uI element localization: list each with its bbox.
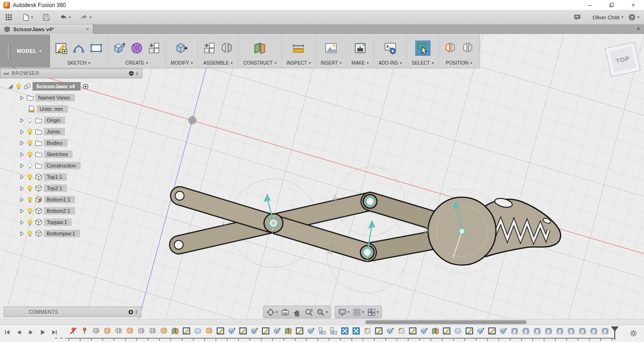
ribbon-group-label[interactable]: SKETCH▾ [67,59,91,66]
timeline-feature-joint2[interactable] [522,327,530,335]
select-button[interactable] [415,41,430,56]
timeline-feature-extrude[interactable] [420,327,428,335]
step-forward-button[interactable] [27,329,34,336]
expand-icon[interactable] [19,95,25,101]
browser-item-origin[interactable]: Origin [19,115,89,126]
timeline-feature-revolve[interactable] [194,327,202,335]
ribbon-group-label[interactable]: SELECT▾ [412,59,434,66]
timeline-settings-gear-icon[interactable] [629,329,637,337]
comments-icon[interactable] [569,10,586,25]
expand-icon[interactable] [19,185,25,192]
look-at-button[interactable] [281,308,289,317]
new-component-button[interactable] [203,42,216,55]
tab-close-icon[interactable]: × [86,26,89,33]
expand-root-icon[interactable] [8,83,14,90]
timeline-ruler[interactable] [68,338,614,341]
timeline-feature-sketch[interactable] [488,327,496,335]
visibility-bulb-icon[interactable] [26,219,33,226]
browser-panel-header[interactable]: ◂◂ BROWSER ‖ [0,68,142,78]
timeline-feature-joint2[interactable] [533,327,541,335]
display-settings-button[interactable]: ▾ [338,308,349,317]
orbit-button[interactable]: ▾ [266,308,278,317]
image-button[interactable] [324,42,338,55]
timeline-feature-joint2[interactable] [578,327,586,335]
zoom-button[interactable] [305,308,313,317]
ribbon-group-label[interactable]: MAKE▾ [352,59,369,66]
go-to-start-button[interactable] [4,329,11,336]
close-button[interactable]: × [622,0,644,10]
expand-icon[interactable] [19,151,25,158]
timeline-feature-extrude[interactable] [273,327,281,335]
timeline-feature-plane[interactable] [284,327,292,335]
timeline-feature-plane[interactable] [171,327,179,335]
timeline-feature-joint2[interactable] [601,327,609,335]
expand-icon[interactable] [19,140,25,146]
expand-icon[interactable] [19,231,25,237]
form-button[interactable] [130,42,143,55]
view-cube[interactable]: TOP [605,42,640,77]
measure-button[interactable] [292,42,305,55]
scrollbar-thumb[interactable] [365,320,527,324]
collapse-browser-icon[interactable]: ◂◂ [3,71,9,76]
print-button[interactable] [354,42,367,55]
ribbon-group-label[interactable]: CREATE▾ [125,59,148,66]
document-tab[interactable]: ScissorJaws v4* × [0,25,93,34]
expand-icon[interactable] [19,174,25,180]
visibility-bulb-icon[interactable] [26,140,33,147]
browser-item-bodies[interactable]: Bodies [19,137,89,149]
go-to-end-button[interactable] [51,329,58,336]
timeline-feature-sketch[interactable] [443,327,451,335]
expand-icon[interactable] [19,219,25,225]
create-sketch-button[interactable] [55,42,68,55]
visibility-bulb-icon[interactable] [26,230,33,237]
timeline-feature-joint[interactable] [115,327,123,335]
browser-item-sketches[interactable]: Sketches [19,149,89,160]
timeline-feature-revolve[interactable] [454,327,462,335]
visibility-bulb-icon[interactable] [26,162,33,169]
timeline-feature-extrude[interactable] [228,327,236,335]
timeline-feature-sketch[interactable] [409,327,417,335]
timeline-feature-joint-active[interactable] [160,327,168,335]
timeline-scrollbar[interactable] [0,319,644,325]
app-grid-icon[interactable] [0,10,17,25]
user-menu[interactable]: Oliver Child [593,15,619,20]
timeline-feature-joint-active[interactable] [103,327,111,335]
timeline-feature-unpin[interactable] [69,327,77,335]
timeline-feature-component[interactable] [318,327,326,335]
file-menu-button[interactable]: ▾ [17,10,38,25]
workspace-switcher[interactable]: MODEL▾ [0,34,50,67]
timeline-feature-joint2[interactable] [511,327,519,335]
extrude-button[interactable] [113,42,126,55]
timeline-feature-sketch[interactable] [216,327,224,335]
play-button[interactable] [39,329,46,336]
joint-button[interactable] [220,42,233,55]
timeline-feature-joint[interactable] [149,327,157,335]
activate-component-icon[interactable] [82,83,89,90]
timeline-feature-extrude[interactable] [250,327,258,335]
browser-item-top21[interactable]: Top2:1 [19,183,89,194]
timeline-position-marker[interactable] [611,326,619,340]
viewport-canvas[interactable]: 150°-150°150°150° MODEL▾ SKETCH▾CREATE▾M… [0,34,644,325]
browser-item-unitsmm[interactable]: Units: mm [28,103,89,115]
timeline-feature-extrude[interactable] [477,327,485,335]
step-back-button[interactable] [16,329,23,336]
timeline-feature-extrude[interactable] [499,327,507,335]
timeline-feature-extrude[interactable] [386,327,394,335]
rectangle-button[interactable] [90,42,103,55]
timeline-feature-sketch[interactable] [375,327,383,335]
panel-grip[interactable]: ‖ [136,71,139,76]
expand-icon[interactable] [19,129,25,135]
ribbon-group-label[interactable]: INSERT▾ [321,59,342,66]
visibility-bulb-icon[interactable] [15,83,22,90]
collapse-panel-chevron[interactable]: ∧ [636,25,640,32]
minimize-button[interactable]: – [579,0,601,10]
help-button[interactable]: ▾ [623,10,644,25]
hide-panel-icon[interactable] [128,70,134,76]
capture-position-button[interactable] [444,42,457,55]
revert-position-button[interactable] [461,42,474,55]
browser-item-bottom11[interactable]: Bottom1:1 [19,194,89,205]
browser-item-construction[interactable]: Construction [19,160,89,171]
browser-item-topjaw1[interactable]: Topjaw:1 [19,217,89,228]
add-comment-icon[interactable] [128,309,134,315]
visibility-bulb-icon[interactable] [26,117,33,124]
